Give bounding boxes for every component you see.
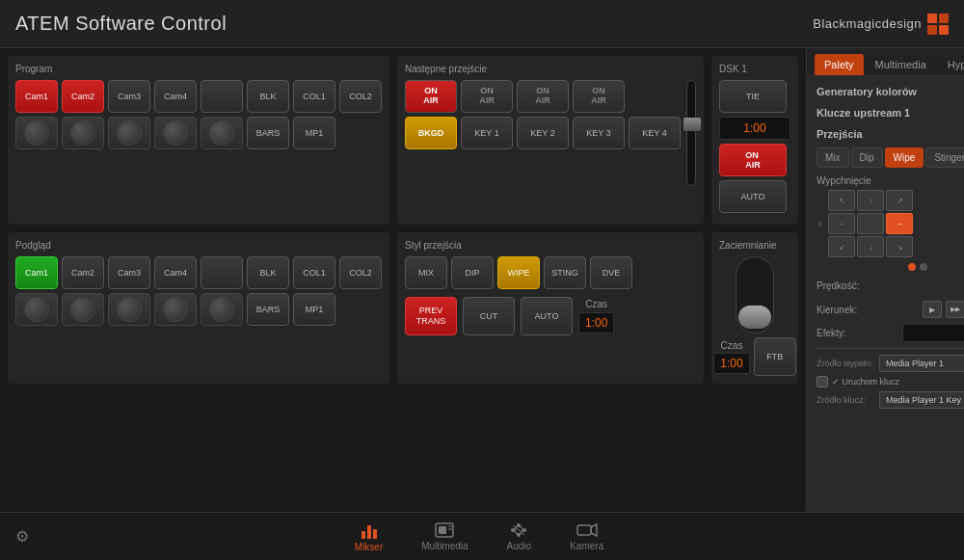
trans-tab-stinger[interactable]: Stinger — [925, 147, 964, 168]
kamera-icon — [576, 522, 598, 538]
preview-label: Podgląd — [15, 240, 382, 251]
svg-point-7 — [522, 528, 526, 532]
dir-topleft[interactable]: ↖ — [828, 190, 855, 211]
source-fill-row: Źródło wypełn: Media Player 1 — [817, 355, 964, 372]
source-fill-dropdown[interactable]: Media Player 1 — [879, 355, 964, 372]
dir-center — [857, 213, 884, 234]
fade-fader-track[interactable] — [736, 256, 774, 333]
bmd-sq-1 — [927, 13, 937, 23]
preview-cam3[interactable]: Cam3 — [108, 256, 150, 289]
svg-rect-10 — [577, 525, 591, 535]
program-col1[interactable]: COL1 — [293, 80, 335, 113]
trans-tab-mix[interactable]: Mix — [817, 147, 849, 168]
dir-left[interactable]: ← — [828, 213, 855, 234]
dir-top[interactable]: ↑ — [857, 190, 884, 211]
dir-bottom[interactable]: ↓ — [857, 236, 884, 257]
tab-hyperdeck[interactable]: HyperDeck — [938, 54, 964, 75]
style-mix[interactable]: MIX — [405, 256, 447, 289]
preview-blank[interactable] — [201, 256, 243, 289]
preview-bars[interactable]: BARS — [247, 293, 289, 326]
on-air-3[interactable]: ONAIR — [517, 80, 569, 113]
divider — [817, 348, 964, 349]
dot-2[interactable] — [920, 263, 927, 271]
next-fader-handle[interactable] — [683, 118, 701, 131]
upstream-key-title: Klucze upstream 1 — [817, 107, 964, 119]
next-transition-label: Następne przejście — [405, 64, 696, 74]
dsk-on-air-btn[interactable]: ONAIR — [719, 144, 787, 176]
trans-tab-dip[interactable]: Dip — [851, 147, 883, 168]
tab-palety[interactable]: Palety — [815, 54, 864, 75]
key-4[interactable]: KEY 4 — [629, 117, 681, 149]
style-dve[interactable]: DVE — [590, 256, 632, 289]
fade-label: Zaciemnianie — [719, 240, 790, 251]
nav-mikser[interactable]: Mikser — [355, 521, 383, 552]
source-key-dropdown[interactable]: Media Player 1 Key — [879, 391, 964, 409]
dot-1[interactable] — [908, 263, 916, 271]
play-forward-btn[interactable]: ▶ — [923, 301, 942, 318]
key-3[interactable]: KEY 3 — [573, 117, 625, 149]
on-air-4[interactable]: ONAIR — [573, 80, 625, 113]
tab-multimedia[interactable]: Multimedia — [866, 54, 936, 75]
bmd-sq-2 — [939, 13, 949, 23]
next-transition-section: Następne przejście ONAIR ONAIR ONAIR ONA… — [397, 56, 704, 225]
key-2[interactable]: KEY 2 — [517, 117, 569, 149]
program-mp1[interactable]: MP1 — [293, 117, 335, 149]
program-blank[interactable] — [201, 80, 243, 113]
ftb-btn[interactable]: FTB — [754, 337, 796, 376]
preview-cam1[interactable]: Cam1 — [15, 256, 58, 289]
style-wipe[interactable]: WIPE — [497, 256, 540, 289]
bottom-sections: Podgląd Cam1 Cam2 Cam3 Cam4 BLK COL1 COL… — [8, 232, 798, 384]
play-backward-btn[interactable]: ▶▶ — [946, 301, 964, 318]
dir-bottomright[interactable]: ↘ — [886, 236, 913, 257]
program-blk[interactable]: BLK — [247, 80, 289, 113]
on-air-1[interactable]: ONAIR — [405, 80, 457, 113]
program-round-2 — [62, 117, 104, 149]
dir-right[interactable]: → — [886, 213, 913, 234]
preview-col1[interactable]: COL1 — [293, 256, 335, 289]
style-sting[interactable]: STING — [544, 256, 586, 289]
auto-btn[interactable]: AUTO — [521, 297, 573, 335]
dsk-tie-btn[interactable]: TIE — [719, 80, 787, 113]
nav-kamera[interactable]: Kamera — [570, 522, 603, 551]
program-col2[interactable]: COL2 — [339, 80, 382, 113]
next-fader-track[interactable] — [686, 80, 696, 186]
bmd-logo: Blackmagicdesign — [813, 13, 949, 35]
settings-icon[interactable]: ⚙ — [15, 527, 29, 546]
preview-blk[interactable]: BLK — [247, 256, 289, 289]
mikser-icon — [362, 521, 377, 539]
transition-style-section: Styl przejścia MIX DIP WIPE STING DVE PR… — [397, 232, 704, 384]
nav-multimedia[interactable]: Multimedia — [421, 522, 468, 551]
program-cam2[interactable]: Cam2 — [62, 80, 104, 113]
dir-bottomleft[interactable]: ↙ — [828, 236, 855, 257]
preview-cam2[interactable]: Cam2 — [62, 256, 104, 289]
preview-round-5 — [201, 293, 243, 326]
preview-cam4[interactable]: Cam4 — [154, 256, 197, 289]
dir-nav-left[interactable]: ‹ — [817, 217, 824, 230]
style-dip[interactable]: DIP — [451, 256, 494, 289]
preview-cam-row: Cam1 Cam2 Cam3 Cam4 BLK COL1 COL2 — [15, 256, 382, 289]
dsk-auto-btn[interactable]: AUTO — [719, 180, 787, 213]
preview-mp1[interactable]: MP1 — [293, 293, 335, 326]
fade-time: 1:00 — [713, 353, 749, 374]
program-cam3[interactable]: Cam3 — [108, 80, 150, 113]
source-fill-label: Źródło wypełn: — [817, 359, 879, 368]
fade-fader-handle[interactable] — [738, 306, 771, 329]
program-cam1[interactable]: Cam1 — [15, 80, 58, 113]
program-bars[interactable]: BARS — [247, 117, 289, 149]
trans-tab-wipe[interactable]: Wipe — [885, 147, 924, 168]
bmd-logo-text: Blackmagicdesign — [813, 16, 922, 31]
program-cam4[interactable]: Cam4 — [154, 80, 197, 113]
key-1[interactable]: KEY 1 — [461, 117, 513, 149]
fade-czas-label: Czas — [721, 340, 743, 351]
uruchom-klucz-checkbox[interactable] — [817, 376, 828, 387]
key-bkgd[interactable]: BKGD — [405, 117, 457, 149]
key-row: BKGD KEY 1 KEY 2 KEY 3 KEY 4 — [405, 117, 681, 149]
audio-icon — [509, 522, 528, 538]
nav-audio[interactable]: Audio — [507, 522, 532, 551]
cut-btn[interactable]: CUT — [463, 297, 515, 335]
effects-input[interactable]: →| — [902, 324, 964, 342]
dir-topright[interactable]: ↗ — [886, 190, 913, 211]
prev-trans-btn[interactable]: PREVTRANS — [405, 297, 457, 335]
on-air-2[interactable]: ONAIR — [461, 80, 513, 113]
preview-col2[interactable]: COL2 — [339, 256, 382, 289]
